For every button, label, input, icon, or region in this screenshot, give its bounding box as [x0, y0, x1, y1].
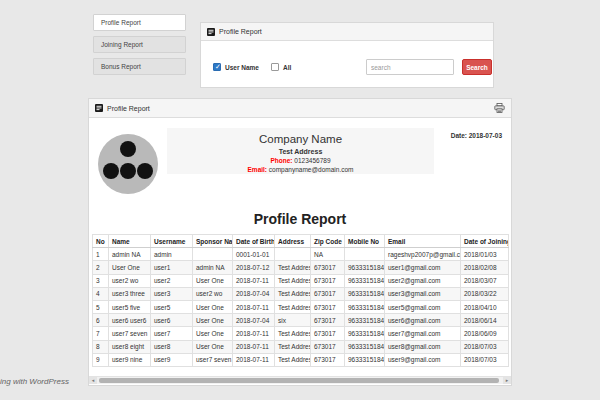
sidebar-item-profile-report[interactable]: Profile Report [93, 14, 186, 31]
search-input[interactable] [366, 59, 454, 75]
table-cell: six [275, 314, 311, 327]
table-cell: 2018-07-11 [233, 327, 275, 340]
table-cell: 9633315184 [345, 314, 385, 327]
table-cell: 2018-07-04 [233, 287, 275, 300]
table-cell: admin NA [109, 248, 151, 261]
table-cell: 9633315184 [345, 300, 385, 313]
table-cell: Test Address [275, 300, 311, 313]
table-header-cell: Date of Joining [461, 235, 509, 248]
email-value: companyname@domain.com [269, 166, 354, 173]
scroll-right-arrow-icon[interactable]: ▸ [503, 377, 511, 384]
table-cell: 2018/07/03 [461, 353, 509, 366]
table-cell: user3 [151, 287, 193, 300]
app-screen: Profile Report Joining Report Bonus Repo… [0, 0, 600, 400]
table-cell: 9633315184 [345, 274, 385, 287]
table-cell: Test Address [275, 287, 311, 300]
horizontal-scrollbar[interactable]: ◂ ▸ [89, 376, 511, 384]
table-header-cell: Address [275, 235, 311, 248]
table-cell: 2018/03/07 [461, 274, 509, 287]
sidebar-item-bonus-report[interactable]: Bonus Report [93, 58, 186, 75]
table-cell: user9@gmail.com [385, 353, 461, 366]
printer-icon [494, 103, 505, 113]
filter-panel-body: User Name All Search [201, 41, 493, 87]
company-name: Company Name [167, 133, 434, 145]
table-cell: 2 [93, 261, 109, 274]
profile-report-panel: Profile Report Company Name Test Address [88, 98, 512, 386]
phone-value: 0123456789 [294, 157, 330, 164]
table-cell: user6@gmail.com [385, 314, 461, 327]
table-cell: 2018/04/10 [461, 300, 509, 313]
table-header-cell: Name [109, 235, 151, 248]
table-cell: 9 [93, 353, 109, 366]
table-row: 1admin NAadmin0001-01-01NArageshvp2007p@… [93, 248, 509, 261]
table-cell: Test Address [275, 340, 311, 353]
table-cell: user9 [151, 353, 193, 366]
scrollbar-thumb[interactable] [99, 378, 499, 383]
table-cell: 8 [93, 340, 109, 353]
table-cell: 6 [93, 314, 109, 327]
table-header-cell: No [93, 235, 109, 248]
table-cell [345, 248, 385, 261]
company-logo [98, 134, 158, 194]
table-cell: user2 [151, 274, 193, 287]
table-cell: 2018/06/14 [461, 314, 509, 327]
filter-panel-header: Profile Report [201, 23, 493, 41]
table-cell: user2@gmail.com [385, 274, 461, 287]
table-cell: user3@gmail.com [385, 287, 461, 300]
table-cell: 2018-07-11 [233, 353, 275, 366]
table-cell: 2018-07-12 [233, 261, 275, 274]
table-header-row: NoNameUsernameSponsor NameDate of BirthA… [93, 235, 509, 248]
report-icon [95, 104, 103, 112]
report-sidebar: Profile Report Joining Report Bonus Repo… [93, 14, 186, 80]
table-header-cell: Mobile No [345, 235, 385, 248]
table-cell: 9633315184 [345, 261, 385, 274]
report-panel-header: Profile Report [89, 99, 511, 118]
table-header-cell: Zip Code [311, 235, 345, 248]
username-checkbox[interactable] [213, 63, 221, 71]
report-date: Date: 2018-07-03 [451, 132, 502, 139]
table-cell: User One [193, 327, 233, 340]
table-cell: user8 [151, 340, 193, 353]
table-cell: user5@gmail.com [385, 300, 461, 313]
table-cell: user7 seven [109, 327, 151, 340]
table-cell: user8@gmail.com [385, 340, 461, 353]
scroll-left-arrow-icon[interactable]: ◂ [89, 377, 97, 384]
table-cell: 4 [93, 287, 109, 300]
table-cell: user7 seven [193, 353, 233, 366]
table-cell: 2018/06/09 [461, 327, 509, 340]
table-cell: 673017 [311, 300, 345, 313]
table-cell: 2018-07-04 [233, 314, 275, 327]
table-cell: Test Address [275, 274, 311, 287]
filter-panel: Profile Report User Name All Search [200, 22, 494, 88]
checkbox-row: User Name All [213, 63, 299, 71]
phone-label: Phone: [271, 157, 293, 164]
table-cell: admin NA [193, 261, 233, 274]
table-cell: 7 [93, 327, 109, 340]
table-cell: User One [193, 314, 233, 327]
table-cell: Test Address [275, 353, 311, 366]
table-cell: user3 three [109, 287, 151, 300]
table-cell: user6 user6 [109, 314, 151, 327]
report-body: Company Name Test Address Phone: 0123456… [89, 118, 511, 385]
table-cell: admin [151, 248, 193, 261]
table-cell [193, 248, 233, 261]
table-header-cell: Sponsor Name [193, 235, 233, 248]
table-cell: 9633315184 [345, 287, 385, 300]
table-cell: 2018/01/03 [461, 248, 509, 261]
table-cell: 9633315184 [345, 327, 385, 340]
company-info-block: Company Name Test Address Phone: 0123456… [167, 128, 434, 174]
sidebar-item-joining-report[interactable]: Joining Report [93, 36, 186, 53]
table-cell: user9 nine [109, 353, 151, 366]
table-cell: 2018/02/08 [461, 261, 509, 274]
all-checkbox[interactable] [271, 63, 279, 71]
table-cell: 2018-07-11 [233, 340, 275, 353]
search-button[interactable]: Search [462, 59, 492, 75]
table-row: 6user6 user6user6User One2018-07-04six67… [93, 314, 509, 327]
company-phone-line: Phone: 0123456789 [167, 157, 434, 164]
print-button[interactable] [494, 103, 505, 113]
table-cell: 9633315184 [345, 340, 385, 353]
table-cell: user2 wo [193, 287, 233, 300]
table-cell [275, 248, 311, 261]
table-cell: 2018-07-11 [233, 274, 275, 287]
table-cell: 5 [93, 300, 109, 313]
